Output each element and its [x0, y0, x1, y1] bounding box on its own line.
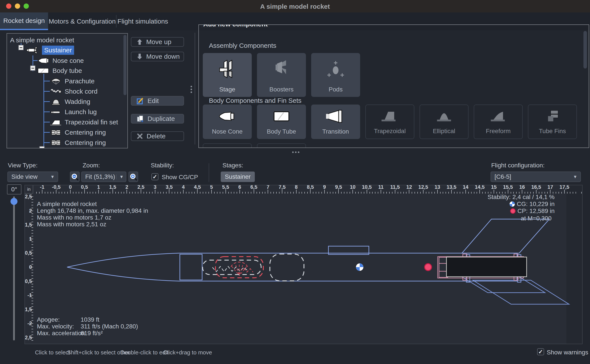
svg-text:16: 16	[519, 185, 525, 190]
chevron-down-icon: ▼	[116, 174, 124, 179]
add-tube-fins-button[interactable]: Tube Fins	[528, 104, 577, 139]
rocket-info-length: Length 16,748 in, max. diameter 0,984 in	[37, 207, 148, 214]
tree-item-parachute[interactable]: Parachute	[50, 76, 95, 86]
splitter-handle-icon[interactable]	[191, 86, 192, 87]
svg-text:4: 4	[182, 185, 185, 190]
collapse-sustainer-icon[interactable]	[18, 45, 24, 50]
tree-root[interactable]: A simple model rocket	[10, 35, 74, 45]
collapse-inner-tube-icon[interactable]	[39, 146, 45, 148]
duplicate-button[interactable]: Duplicate	[131, 114, 184, 124]
transition-tile-icon	[322, 109, 349, 124]
svg-text:-0,5: -0,5	[25, 279, 32, 284]
svg-text:12,5: 12,5	[418, 185, 428, 190]
svg-text:10,5: 10,5	[362, 185, 372, 190]
rotation-slider-knob[interactable]	[11, 198, 18, 205]
add-pods-button[interactable]: Pods	[311, 53, 360, 97]
svg-text:1: 1	[29, 236, 32, 242]
svg-text:11,5: 11,5	[390, 185, 400, 190]
delete-x-icon	[137, 133, 143, 139]
splitter-handle-icon[interactable]	[295, 151, 296, 153]
svg-text:7,5: 7,5	[279, 185, 286, 190]
chevron-down-icon: ▼	[573, 174, 577, 179]
svg-text:13,5: 13,5	[447, 185, 456, 190]
zoom-in-icon	[129, 173, 137, 181]
add-nose-cone-button[interactable]: Nose Cone	[203, 104, 252, 139]
tree-scrollbar[interactable]	[123, 35, 127, 95]
freeform-fin-icon	[485, 109, 511, 124]
tree-item-shock-cord[interactable]: Shock cord	[50, 86, 97, 97]
cg-legend-icon	[509, 201, 515, 207]
cg-marker	[356, 263, 363, 271]
zoom-select[interactable]: Fit (51,3%) ▼	[81, 171, 126, 182]
svg-text:0: 0	[29, 264, 32, 270]
arrow-up-icon	[137, 39, 143, 45]
add-transition-button[interactable]: Transition	[311, 104, 360, 139]
svg-text:15: 15	[491, 185, 497, 190]
nose-shoulder	[180, 254, 202, 280]
show-cg-cp-checkbox[interactable]: ✓	[151, 173, 158, 180]
svg-text:1,5: 1,5	[25, 222, 32, 228]
svg-text:3,5: 3,5	[166, 185, 173, 190]
horizontal-ruler: -1-0,500,511,522,533,544,555,566,577,588…	[36, 185, 582, 194]
show-warnings-label: Show warnings	[547, 349, 588, 356]
view-type-select[interactable]: Side view ▼	[7, 171, 58, 182]
zoom-out-button[interactable]	[70, 171, 80, 182]
zoom-label: Zoom:	[83, 162, 100, 169]
splitter-handle-icon[interactable]	[292, 151, 294, 153]
flight-configuration-select[interactable]: [C6-5] ▼	[490, 171, 581, 182]
splitter-handle-icon[interactable]	[191, 89, 192, 90]
svg-text:-0,5: -0,5	[52, 185, 61, 190]
zoom-in-button[interactable]	[128, 171, 138, 182]
openrocket-window: A simple model rocket Rocket design Moto…	[0, 0, 590, 364]
rotation-slider[interactable]	[13, 196, 15, 340]
rocket-figure-canvas[interactable]: -1-0,500,511,522,533,544,555,566,577,588…	[25, 185, 583, 344]
splitter-handle-icon[interactable]	[298, 151, 299, 153]
move-down-button[interactable]: Move down	[131, 52, 184, 61]
stage-sustainer-toggle[interactable]: Sustainer	[221, 171, 255, 182]
edit-button[interactable]: Edit	[131, 96, 184, 106]
tree-item-inner-tube[interactable]: Inner Tube	[50, 145, 96, 148]
tree-item-body-tube[interactable]: Body tube	[37, 65, 82, 76]
add-boosters-button[interactable]: Boosters	[257, 53, 306, 97]
svg-text:8,5: 8,5	[307, 185, 314, 190]
title-bar: A simple model rocket	[0, 0, 590, 13]
tree-item-nose-cone[interactable]: Nose cone	[38, 55, 84, 66]
tree-item-launch-lug[interactable]: Launch lug	[50, 107, 97, 117]
tree-item-sustainer[interactable]: Sustainer	[25, 45, 74, 55]
tree-item-trapezoidal-fin-set[interactable]: Trapezoidal fin set	[50, 117, 118, 127]
stage-icon	[215, 60, 239, 79]
svg-text:14: 14	[463, 185, 469, 190]
add-panel-scrollbar[interactable]	[583, 31, 587, 69]
delete-button[interactable]: Delete	[131, 131, 184, 141]
tree-item-wadding[interactable]: Wadding	[50, 97, 90, 107]
tree-item-centering-ring-1[interactable]: Centering ring	[50, 127, 106, 137]
svg-text:8: 8	[295, 185, 298, 190]
splitter-handle-icon[interactable]	[191, 91, 192, 93]
add-trapezoidal-fin-button[interactable]: Trapezoidal	[365, 104, 414, 139]
edit-pencil-icon	[137, 97, 144, 104]
parachute-icon	[50, 77, 62, 85]
show-warnings-checkbox[interactable]: ✓	[537, 348, 544, 355]
view-type-label: View Type:	[8, 162, 38, 169]
svg-text:2: 2	[29, 208, 32, 214]
add-new-component-panel: Add new component Assembly Components St…	[198, 25, 589, 148]
tab-motors-configuration[interactable]: Motors & Configuration	[48, 13, 116, 30]
add-stage-button[interactable]: Stage	[203, 53, 252, 97]
collapse-body-tube-icon[interactable]	[30, 65, 35, 71]
clipped-tile	[203, 143, 252, 148]
tab-flight-simulations[interactable]: Flight simulations	[116, 13, 169, 30]
max-acceleration-label: Max. acceleration:	[37, 330, 87, 337]
clipped-tile	[257, 143, 306, 148]
add-freeform-fin-button[interactable]: Freeform	[474, 104, 523, 139]
tab-rocket-design[interactable]: Rocket design	[0, 13, 48, 30]
hint-double-click: Double-click to edit	[121, 349, 168, 356]
add-body-tube-button[interactable]: Body Tube	[257, 104, 306, 139]
svg-text:9,5: 9,5	[335, 185, 342, 190]
add-elliptical-fin-button[interactable]: Elliptical	[420, 104, 469, 139]
wadding-outline	[270, 254, 304, 281]
window-title: A simple model rocket	[0, 3, 590, 10]
toolbar-divider	[209, 163, 209, 182]
move-up-button[interactable]: Move up	[131, 37, 184, 47]
svg-text:0,5: 0,5	[25, 250, 32, 256]
stages-label: Stages:	[222, 162, 243, 169]
